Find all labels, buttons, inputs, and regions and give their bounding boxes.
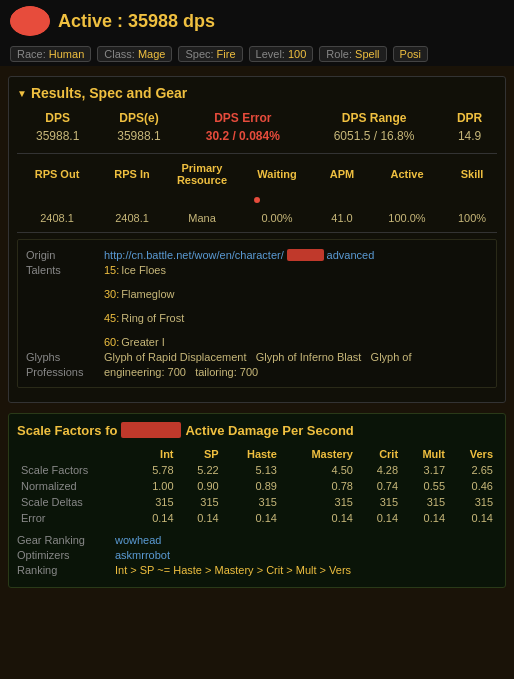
active-title: Active : 35988 dps: [58, 11, 215, 32]
col-haste: Haste: [223, 446, 281, 462]
dpsrange-value: 6051.5 / 16.8%: [306, 127, 442, 145]
sf-crit: 4.28: [357, 462, 402, 478]
err-sp: 0.14: [178, 510, 223, 526]
dps-table: DPS DPS(e) DPS Error DPS Range DPR 35988…: [17, 109, 497, 145]
ranking-label: Ranking: [17, 564, 107, 576]
rps-out-value: 2408.1: [17, 210, 97, 226]
normalized-row: Normalized 1.00 0.90 0.89 0.78 0.74 0.55…: [17, 478, 497, 494]
tags-bar: Race: Human Class: Mage Spec: Fire Level…: [0, 42, 514, 66]
gear-ranking-label: Gear Ranking: [17, 534, 107, 546]
talent-4: 60: Greater I: [104, 336, 184, 348]
origin-section: Origin http://cn.battle.net/wow/en/chara…: [17, 239, 497, 388]
ranking-block: Gear Ranking wowhead Optimizers askmrrob…: [17, 534, 497, 576]
dpse-header: DPS(e): [98, 109, 179, 127]
sd-label: Scale Deltas: [17, 494, 132, 510]
sf-int: 5.78: [132, 462, 177, 478]
col-crit: Crit: [357, 446, 402, 462]
talents-label: Talents: [26, 264, 96, 276]
table-divider-1: [17, 153, 497, 154]
norm-crit: 0.74: [357, 478, 402, 494]
col-int: Int: [132, 446, 177, 462]
professions-value: engineering: 700 tailoring: 700: [104, 366, 258, 378]
err-crit: 0.14: [357, 510, 402, 526]
optimizers-label: Optimizers: [17, 549, 107, 561]
glyphs-row: Glyphs Glyph of Rapid Displacement Glyph…: [26, 351, 488, 363]
dps-header: DPS: [17, 109, 98, 127]
sf-mult: 3.17: [402, 462, 449, 478]
sd-mastery: 315: [281, 494, 357, 510]
err-mastery: 0.14: [281, 510, 357, 526]
skill-value: 100%: [447, 210, 497, 226]
optimizers-value[interactable]: askmrrobot: [115, 549, 170, 561]
results-title: ▼ Results, Spec and Gear: [17, 85, 497, 101]
sf-label: Scale Factors: [17, 462, 132, 478]
primary-resource-value: Mana: [167, 210, 237, 226]
redacted-block: [287, 249, 324, 261]
dpserr-value: 30.2 / 0.084%: [180, 127, 306, 145]
gear-ranking-value[interactable]: wowhead: [115, 534, 161, 546]
race-tag: Race: Human: [10, 46, 91, 62]
arrow-icon: ▼: [17, 88, 27, 99]
dpse-value: 35988.1: [98, 127, 179, 145]
sf-haste: 5.13: [223, 462, 281, 478]
dpr-header: DPR: [442, 109, 497, 127]
rps-out-header: RPS Out: [17, 166, 97, 182]
ranking-value: Int > SP ~= Haste > Mastery > Crit > Mul…: [115, 564, 351, 576]
norm-haste: 0.89: [223, 478, 281, 494]
err-vers: 0.14: [449, 510, 497, 526]
sd-sp: 315: [178, 494, 223, 510]
col-sp: SP: [178, 446, 223, 462]
sf-vers: 2.65: [449, 462, 497, 478]
norm-int: 1.00: [132, 478, 177, 494]
primary-resource-header: Primary Resource: [167, 160, 237, 188]
talent-2: 30: Flameglow: [104, 288, 184, 300]
norm-vers: 0.46: [449, 478, 497, 494]
scale-table: Int SP Haste Mastery Crit Mult Vers Scal…: [17, 446, 497, 526]
col-mastery: Mastery: [281, 446, 357, 462]
skill-header: Skill: [447, 166, 497, 182]
norm-sp: 0.90: [178, 478, 223, 494]
talent-3: 45: Ring of Frost: [104, 312, 184, 324]
scale-redacted: [121, 422, 181, 438]
apm-header: APM: [317, 166, 367, 182]
norm-mult: 0.55: [402, 478, 449, 494]
err-int: 0.14: [132, 510, 177, 526]
err-mult: 0.14: [402, 510, 449, 526]
character-icon: [10, 6, 50, 36]
spec-tag: Spec: Fire: [178, 46, 242, 62]
norm-label: Normalized: [17, 478, 132, 494]
sd-int: 315: [132, 494, 177, 510]
role-tag: Role: Spell: [319, 46, 386, 62]
table-divider-2: [17, 232, 497, 233]
ranking-row: Ranking Int > SP ~= Haste > Mastery > Cr…: [17, 564, 497, 576]
rps-dot-indicator: [17, 188, 497, 210]
norm-mastery: 0.78: [281, 478, 357, 494]
glyphs-value: Glyph of Rapid Displacement Glyph of Inf…: [104, 351, 412, 363]
active-value: 100.0%: [367, 210, 447, 226]
gear-ranking-row: Gear Ranking wowhead: [17, 534, 497, 546]
posi-tag: Posi: [393, 46, 428, 62]
rps-in-header: RPS In: [97, 166, 167, 182]
dpsrange-header: DPS Range: [306, 109, 442, 127]
rps-in-value: 2408.1: [97, 210, 167, 226]
scale-factors-row: Scale Factors 5.78 5.22 5.13 4.50 4.28 3…: [17, 462, 497, 478]
dps-value: 35988.1: [17, 127, 98, 145]
dpserr-header: DPS Error: [180, 109, 306, 127]
sf-mastery: 4.50: [281, 462, 357, 478]
error-row: Error 0.14 0.14 0.14 0.14 0.14 0.14 0.14: [17, 510, 497, 526]
col-empty: [17, 446, 132, 462]
origin-value[interactable]: http://cn.battle.net/wow/en/character/ a…: [104, 249, 488, 261]
professions-label: Professions: [26, 366, 96, 378]
scale-factors-section: Scale Factors fo Active Damage Per Secon…: [8, 413, 506, 588]
col-mult: Mult: [402, 446, 449, 462]
talents-value: 15: Ice Floes 30: Flameglow 45: Ring of …: [104, 264, 184, 348]
talents-row: Talents 15: Ice Floes 30: Flameglow 45: …: [26, 264, 488, 348]
results-section: ▼ Results, Spec and Gear DPS DPS(e) DPS …: [8, 76, 506, 403]
sd-mult: 315: [402, 494, 449, 510]
rps-header-row: RPS Out RPS In Primary Resource Waiting …: [17, 160, 497, 188]
scale-deltas-row: Scale Deltas 315 315 315 315 315 315 315: [17, 494, 497, 510]
rps-data-row: 2408.1 2408.1 Mana 0.00% 41.0 100.0% 100…: [17, 210, 497, 226]
dot-icon: [254, 197, 260, 203]
err-label: Error: [17, 510, 132, 526]
sf-sp: 5.22: [178, 462, 223, 478]
